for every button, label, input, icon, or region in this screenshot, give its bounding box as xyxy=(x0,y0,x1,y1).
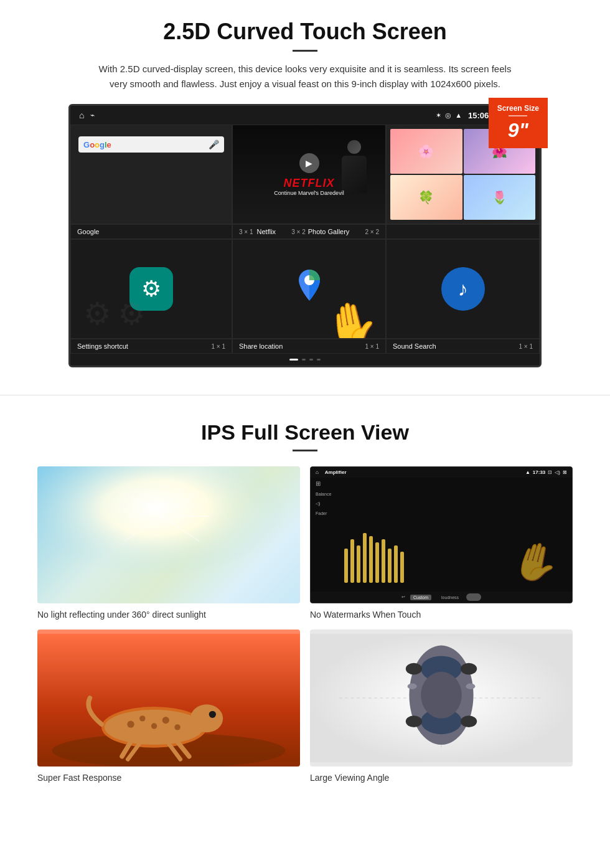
label-settings-name: Settings shortcut xyxy=(77,342,128,350)
home-icon: ⌂ xyxy=(79,110,84,120)
label-netflix-name: Netflix xyxy=(257,228,276,235)
amp-toggle[interactable] xyxy=(466,593,481,601)
amp-back-icon: ↩ xyxy=(401,595,405,600)
slider-8 xyxy=(388,549,392,583)
cheetah-image xyxy=(37,630,300,767)
figure-body xyxy=(342,156,367,193)
slider-9 xyxy=(394,545,398,583)
netflix-content: ▶ NETFLIX Continue Marvel's Daredevil xyxy=(274,153,344,196)
section-curved-touch: 2.5D Curved Touch Screen With 2.5D curve… xyxy=(0,0,610,382)
badge-label: Screen Size xyxy=(497,104,539,113)
gallery-thumb-1: 🌸 xyxy=(390,129,462,174)
amp-speaker-icon: ◁) xyxy=(316,501,340,506)
svg-point-16 xyxy=(190,704,223,732)
screen-size-badge: Screen Size 9" xyxy=(489,98,548,148)
section1-description: With 2.5D curved-display screen, this de… xyxy=(93,62,517,92)
slider-4 xyxy=(363,533,367,583)
dot-3 xyxy=(309,359,313,361)
svg-point-11 xyxy=(127,721,134,728)
slider-7 xyxy=(382,539,385,583)
amp-balance-label: Balance xyxy=(316,492,340,496)
svg-point-29 xyxy=(408,684,417,689)
amp-sliders-icon: ⊞ xyxy=(316,480,340,487)
amp-close-icon: ⊠ xyxy=(563,469,567,475)
amp-controls: ⊞ Balance ◁) Fader xyxy=(316,480,340,589)
amp-custom-label: Custom xyxy=(410,595,431,600)
svg-point-28 xyxy=(421,672,462,719)
feature-image-grid: No light reflecting under 360° direct su… xyxy=(37,466,573,783)
label-gallery-dim: 3 × 2 xyxy=(291,229,306,235)
pagination-dots xyxy=(70,354,540,366)
app-cell-settings[interactable]: ⚙ ⚙⚙ xyxy=(70,239,232,339)
svg-point-31 xyxy=(406,663,422,675)
svg-point-17 xyxy=(209,711,216,718)
device-frame: ⌂ ⌁ ✶ ◎ ▲ 15:06 ⊡ ◁) ⊠ ▭ xyxy=(68,104,542,367)
usb-icon: ⌁ xyxy=(90,111,95,120)
mic-icon: 🎤 xyxy=(209,139,219,149)
device-container: Screen Size 9" ⌂ ⌁ ✶ ◎ ▲ 15:06 ⊡ ◁) ⊠ ▭ xyxy=(68,104,542,367)
amplifier-image: ⌂ Amplifier ▲ 17:33 ⊡ ◁) ⊠ ⊞ Balance ◁) xyxy=(310,466,573,603)
feature-car: Large Viewing Angle xyxy=(310,630,573,783)
label-settings-dim: 1 × 1 xyxy=(211,343,225,350)
app-cell-netflix[interactable]: ▶ NETFLIX Continue Marvel's Daredevil xyxy=(232,125,386,224)
section2-divider xyxy=(293,450,317,451)
slider-3 xyxy=(357,545,360,583)
app-cell-share[interactable]: ✋ xyxy=(232,239,386,339)
cheetah-caption: Super Fast Response xyxy=(37,773,300,783)
play-button[interactable]: ▶ xyxy=(299,153,319,173)
gps-icon: ◎ xyxy=(445,111,451,120)
svg-rect-1 xyxy=(37,466,300,603)
slider-2 xyxy=(350,539,354,583)
netflix-logo: NETFLIX xyxy=(274,177,344,190)
label-sound: Sound Search 1 × 1 xyxy=(386,339,540,354)
label-sound-name: Sound Search xyxy=(393,342,436,350)
section1-divider xyxy=(293,50,317,52)
amp-fader-label: Fader xyxy=(316,511,340,516)
dot-2 xyxy=(302,359,306,361)
badge-size: 9" xyxy=(497,119,539,142)
section2-title: IPS Full Screen View xyxy=(37,420,573,445)
google-search-bar[interactable]: Google 🎤 xyxy=(78,136,224,153)
label-gallery-name: Photo Gallery xyxy=(308,228,350,235)
label-netflix: 3 × 1 Netflix 3 × 2 Photo Gallery 2 × 2 xyxy=(232,224,386,239)
status-bar: ⌂ ⌁ ✶ ◎ ▲ 15:06 ⊡ ◁) ⊠ ▭ xyxy=(70,106,540,125)
car-caption: Large Viewing Angle xyxy=(310,773,573,783)
status-time: 15:06 xyxy=(468,111,489,120)
amp-cam-icon: ⊡ xyxy=(548,469,552,475)
section-divider xyxy=(0,395,610,395)
svg-point-15 xyxy=(174,724,180,730)
slider-5 xyxy=(369,536,373,583)
svg-point-34 xyxy=(461,715,477,727)
gallery-thumb-3: 🍀 xyxy=(390,175,462,220)
label-google: Google xyxy=(70,224,232,239)
dot-1 xyxy=(289,359,298,361)
music-icon: ♪ xyxy=(441,267,485,311)
label-sound-dim: 1 × 1 xyxy=(518,343,533,350)
feature-amplifier: ⌂ Amplifier ▲ 17:33 ⊡ ◁) ⊠ ⊞ Balance ◁) xyxy=(310,466,573,620)
svg-point-12 xyxy=(139,715,145,721)
slider-6 xyxy=(375,542,379,583)
netflix-subtitle: Continue Marvel's Daredevil xyxy=(274,190,344,196)
amp-header: ⌂ Amplifier ▲ 17:33 ⊡ ◁) ⊠ xyxy=(311,467,572,478)
google-logo: Google xyxy=(83,140,111,149)
label-share: Share location 1 × 1 xyxy=(232,339,386,354)
app-cell-google[interactable]: Google 🎤 xyxy=(70,125,232,224)
sunlight-caption: No light reflecting under 360° direct su… xyxy=(37,610,300,620)
amp-signal-icon: ▲ xyxy=(525,469,530,475)
label-share-name: Share location xyxy=(239,342,283,350)
feature-sunlight: No light reflecting under 360° direct su… xyxy=(37,466,300,620)
section1-title: 2.5D Curved Touch Screen xyxy=(37,19,573,45)
maps-icon xyxy=(294,267,325,311)
app-cell-sound[interactable]: ♪ xyxy=(386,239,540,339)
svg-point-30 xyxy=(466,684,475,689)
label-gallery-size: 2 × 2 xyxy=(365,229,379,235)
amp-loudness-label: loudness xyxy=(441,595,459,600)
slider-10 xyxy=(400,552,404,583)
label-empty xyxy=(386,224,540,239)
gallery-thumb-4: 🌷 xyxy=(464,175,536,220)
amp-footer: ↩ Custom loudness xyxy=(311,592,572,603)
amplifier-caption: No Watermarks When Touch xyxy=(310,610,573,620)
amp-vol-icon: ◁) xyxy=(555,469,560,475)
settings-bg-icons: ⚙⚙ xyxy=(83,296,146,332)
dot-4 xyxy=(317,359,321,361)
